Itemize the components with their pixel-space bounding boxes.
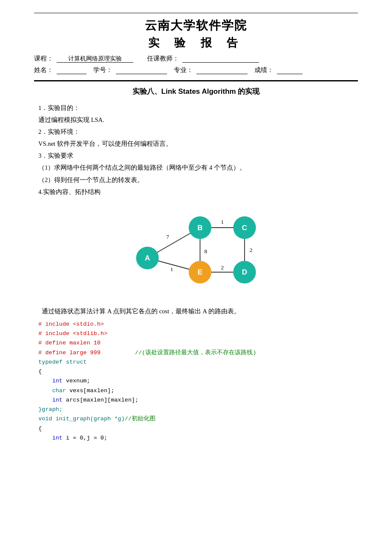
major-label: 专业： (174, 66, 193, 74)
title-block: 云南大学软件学院 实 验 报 告 (34, 17, 358, 50)
topology-graph: 7 1 1 8 2 2 A B C (34, 205, 358, 303)
svg-text:2: 2 (250, 247, 253, 253)
graph-description: 通过链路状态算法计算 A 点到其它各点的 cost，最终输出 A 的路由表。 (42, 307, 358, 315)
section-2-content: VS.net 软件开发平台，可以使用任何编程语言。 (38, 138, 358, 149)
code-line-3: # define maxlen 10 (38, 338, 358, 348)
svg-text:8: 8 (204, 248, 207, 254)
university-title: 云南大学软件学院 (34, 17, 358, 34)
code-line-4: # define large 999 //(该处设置路径最大值，表示不存在该路线… (38, 348, 358, 358)
code-line-12: { (38, 424, 358, 434)
svg-text:2: 2 (221, 264, 224, 271)
svg-text:7: 7 (166, 233, 169, 240)
name-field (57, 66, 86, 74)
section-3-num: 3．实验要求 (38, 150, 358, 161)
code-line-9: int arcs[maxlen][maxlen]; (38, 396, 358, 405)
major-field (196, 66, 248, 74)
teacher-value-field (182, 55, 259, 63)
code-line-2: # include <stdlib.h> (38, 329, 358, 338)
code-line-5: typedef struct (38, 358, 358, 367)
score-field (277, 66, 303, 74)
graph-svg: 7 1 1 8 2 2 A B C (115, 205, 277, 299)
svg-text:B: B (197, 223, 202, 231)
name-label: 姓名： (34, 66, 53, 74)
code-line-10: }graph; (38, 405, 358, 414)
score-label: 成绩： (254, 66, 274, 74)
id-label: 学号： (93, 66, 112, 74)
section-divider (34, 80, 358, 81)
section-3-req2: （2）得到任何一个节点上的转发表。 (38, 174, 358, 185)
page: 云南大学软件学院 实 验 报 告 课程： 计算机网络原理实验 任课教师： 姓名：… (0, 0, 392, 555)
section-1-content: 通过编程模拟实现 LSA. (38, 114, 358, 125)
svg-text:E: E (198, 268, 202, 276)
section-4-num: 4.实验内容、拓扑结构 (38, 186, 358, 197)
svg-text:D: D (242, 268, 247, 276)
code-line-7: int vexnum; (38, 376, 358, 386)
content-section: 1．实验目的： 通过编程模拟实现 LSA. 2．实验环境： VS.net 软件开… (38, 102, 358, 197)
section-1-num: 1．实验目的： (38, 102, 358, 113)
experiment-title: 实验八、Link States Algorithm 的实现 (34, 87, 358, 96)
student-info-row: 姓名： 学号： 专业： 成绩： (34, 66, 358, 74)
report-title: 实 验 报 告 (34, 35, 358, 50)
svg-text:1: 1 (170, 266, 173, 272)
svg-text:A: A (145, 254, 150, 262)
svg-text:C: C (242, 223, 247, 231)
section-2-num: 2．实验环境： (38, 126, 358, 137)
course-row: 课程： 计算机网络原理实验 任课教师： (34, 55, 358, 63)
svg-text:1: 1 (221, 218, 224, 225)
section-3-req1: （1）求网络中任何两个结点之间的最短路径（网络中至少有 4 个节点）。 (38, 162, 358, 173)
code-block: # include <stdio.h> # include <stdlib.h>… (38, 320, 358, 443)
code-line-1: # include <stdio.h> (38, 320, 358, 329)
course-label: 课程： (34, 55, 53, 63)
top-border (34, 13, 358, 13)
course-value-field: 计算机网络原理实验 (57, 55, 133, 63)
id-field (116, 66, 167, 74)
code-line-8: char vexs[maxlen]; (38, 386, 358, 396)
code-line-13: int i = 0,j = 0; (38, 434, 358, 443)
code-line-11: void init_graph(graph *g)//初始化图 (38, 414, 358, 424)
teacher-label: 任课教师： (147, 55, 179, 63)
code-line-6: { (38, 367, 358, 376)
